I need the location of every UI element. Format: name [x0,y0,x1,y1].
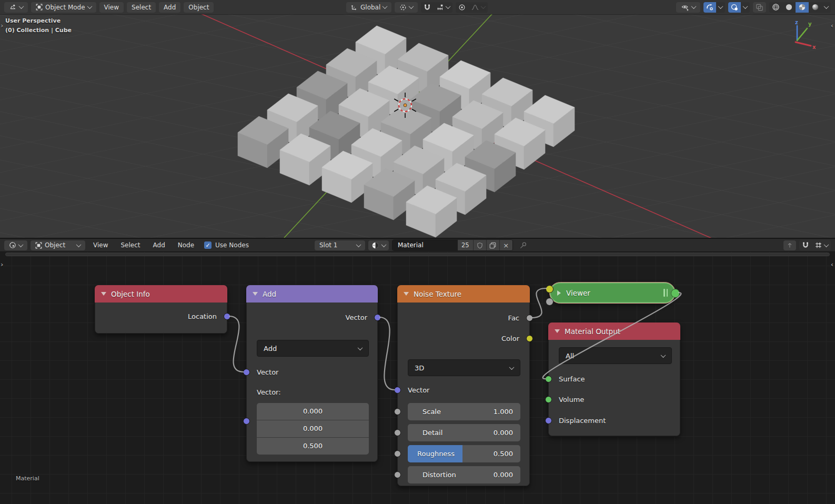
socket-out[interactable] [671,289,680,298]
menu-object[interactable]: Object [184,2,214,13]
shading-rendered-button[interactable] [809,2,822,13]
socket-in2[interactable] [546,298,554,306]
use-nodes-label: Use Nodes [215,241,249,249]
socket-in1[interactable] [546,285,554,293]
vector-field[interactable]: 0.500 [257,438,369,455]
socket-fields_in[interactable] [243,418,250,425]
slider-scale[interactable]: Scale1.000 [408,403,520,420]
material-users-count[interactable]: 25 [458,240,473,250]
slider-value: 0.000 [494,471,513,479]
collapse-icon[interactable] [555,329,560,333]
menu-node[interactable]: Node [173,240,199,250]
slider-distortion[interactable]: Distortion0.000 [408,466,520,483]
fake-user-button[interactable] [473,240,486,250]
socket-location[interactable] [224,313,230,320]
pivot-point-dropdown[interactable] [395,2,418,13]
slider-roughness[interactable]: Roughness0.500 [408,445,520,462]
viewport-left-region-toggle[interactable]: › [1,22,3,29]
node-title: Noise Texture [414,290,461,298]
material-name-field[interactable]: Material [393,240,458,250]
node-dropdown[interactable]: All [559,347,672,364]
node-dropdown[interactable]: 3D [408,359,520,376]
proportional-falloff-dropdown[interactable] [468,2,488,13]
node-header[interactable]: Object Info [95,285,227,303]
vector-field[interactable]: 0.000 [257,420,369,437]
slider-detail[interactable]: Detail0.000 [408,424,520,441]
socket-scale-input[interactable] [394,408,401,415]
socket-roughness-input[interactable] [394,450,401,457]
shading-dropdown[interactable] [822,2,831,13]
menu-view[interactable]: View [88,240,113,250]
node-editor-canvas[interactable]: › ‹ Material Object InfoLocationAddVecto… [0,252,835,504]
material-browse-dropdown[interactable] [368,240,389,250]
socket-distortion-input[interactable] [394,471,401,478]
socket-color[interactable] [526,335,533,342]
editor-type-button-shader[interactable] [4,240,27,250]
collapse-icon[interactable] [404,292,409,296]
xray-toggle[interactable] [753,2,766,13]
unlink-material-button[interactable]: × [499,240,512,250]
collapse-icon[interactable] [557,290,561,296]
menu-select[interactable]: Select [116,240,145,250]
node-header[interactable]: Add [246,285,378,303]
magnet-icon [424,4,431,11]
viewport-sidebar-toggle[interactable]: ‹ [831,22,833,29]
ne-snap-toggle[interactable] [799,240,812,250]
editor-type-button[interactable] [4,2,28,13]
shader-type-dropdown[interactable]: Object [31,240,85,250]
shading-solid-button[interactable] [782,2,796,13]
socket-label-vector_in: Vector [398,384,529,397]
menu-add[interactable]: Add [148,240,170,250]
socket-displacement[interactable] [545,417,552,424]
node-viewer[interactable]: Viewer [549,282,676,304]
slot-dropdown[interactable]: Slot 1 [315,240,365,250]
socket-volume[interactable] [545,396,552,403]
socket-fac[interactable] [526,315,533,321]
node-editor-sidebar-toggle[interactable]: ‹ [831,260,833,268]
node-noise[interactable]: Noise TextureFacColor3DVectorScale1.000D… [397,285,530,486]
new-material-button[interactable] [486,240,499,250]
pin-button[interactable] [519,241,527,249]
menu-view[interactable]: View [99,2,124,13]
snap-toggle[interactable] [421,2,434,13]
snap-with-dropdown[interactable] [434,2,452,13]
gizmo-y-label: y [808,21,812,27]
use-nodes-checkbox[interactable]: ✓ [204,241,212,249]
parent-node-tree-button[interactable] [783,240,796,250]
3d-viewport[interactable]: Object Mode View Select Add Object Globa… [0,0,835,238]
socket-vector_out[interactable] [374,314,381,321]
socket-vector_in[interactable] [243,369,250,376]
node-editor-left-region-toggle[interactable]: › [1,260,3,268]
socket-detail-input[interactable] [394,429,401,436]
collapse-icon[interactable] [253,292,258,296]
snap-group [421,2,452,13]
overlays-dropdown[interactable] [741,2,750,13]
object-data-icon [35,242,42,249]
node-dropdown[interactable]: Add [257,340,369,357]
shading-wireframe-button[interactable] [769,2,782,13]
node-object_info[interactable]: Object InfoLocation [95,285,227,334]
proportional-editing-toggle[interactable] [456,2,468,13]
navigation-gizmo[interactable]: z y x [782,19,816,51]
visibility-dropdown[interactable] [676,2,700,13]
node-header[interactable]: Material Output [548,322,680,340]
menu-add[interactable]: Add [159,2,180,13]
overlays-toggle[interactable] [728,2,741,13]
menu-select[interactable]: Select [127,2,156,13]
socket-label-location: Location [95,310,227,324]
shading-material-button[interactable] [796,2,809,13]
gizmos-dropdown[interactable] [716,2,725,13]
collapse-icon[interactable] [101,292,106,296]
node-vector_math[interactable]: AddVectorAddVectorVector:0.0000.0000.500 [246,285,378,462]
mode-dropdown[interactable]: Object Mode [31,2,96,13]
ne-snap-with-dropdown[interactable] [812,240,831,250]
node-header[interactable]: Noise Texture [397,285,530,303]
slider-label: Distortion [422,471,456,479]
socket-surface[interactable] [545,376,552,382]
vector-field[interactable]: 0.000 [257,403,369,420]
node-output[interactable]: Material OutputAllSurfaceVolumeDisplacem… [548,322,680,436]
socket-vector_in[interactable] [394,387,401,394]
gizmos-toggle[interactable] [703,2,716,13]
horizontal-scrollbar[interactable] [5,253,830,256]
transform-orientation-dropdown[interactable]: Global [346,2,391,13]
